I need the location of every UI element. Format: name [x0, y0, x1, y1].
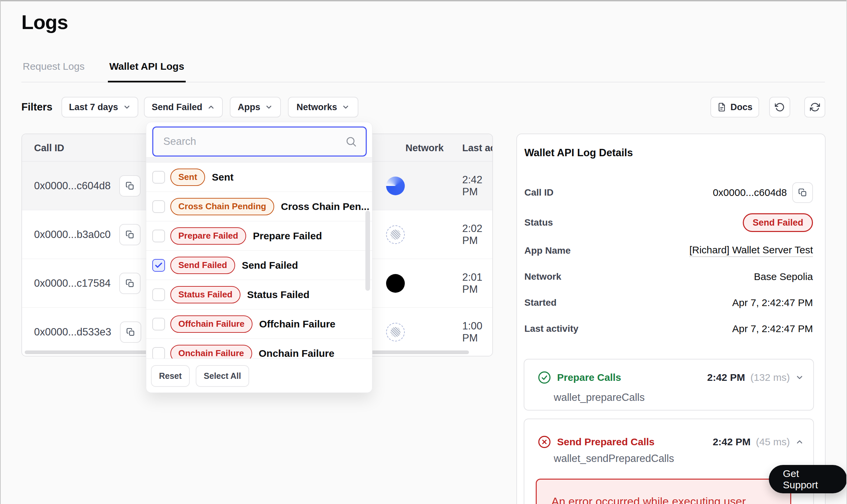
- status-filter-label: Send Failed: [152, 102, 202, 112]
- window-top-edge: [0, 0, 847, 1]
- status-badge: Cross Chain Pending: [170, 198, 274, 215]
- chevron-down-icon[interactable]: [795, 373, 804, 382]
- network-icon-black: [386, 274, 405, 293]
- rotate-ccw-icon: [775, 102, 785, 112]
- call-id-value: 0x0000...c604d8: [34, 180, 110, 192]
- detail-label: Last activity: [524, 323, 579, 334]
- status-option-label: Send Failed: [242, 260, 298, 271]
- event-time: 2:42 PM: [713, 436, 751, 448]
- get-support-button[interactable]: Get Support: [769, 465, 847, 493]
- event-duration: (132 ms): [751, 372, 790, 383]
- checkbox[interactable]: [152, 288, 165, 301]
- document-icon: [717, 103, 726, 112]
- window-left-edge: [0, 0, 1, 504]
- detail-label: App Name: [524, 245, 570, 256]
- status-option-status-failed[interactable]: Status Failed Status Failed: [146, 280, 372, 309]
- column-header-call-id: Call ID: [34, 134, 64, 162]
- status-option-list: Sent Sent Cross Chain Pending Cross Chai…: [146, 163, 372, 359]
- apps-filter-label: Apps: [238, 102, 261, 112]
- chevron-down-icon: [123, 103, 131, 111]
- refresh-button[interactable]: [804, 97, 825, 118]
- checkbox[interactable]: [152, 171, 165, 184]
- event-time: 2:42 PM: [707, 372, 745, 383]
- status-option-cross-chain-pending[interactable]: Cross Chain Pending Cross Chain Pen...: [146, 192, 372, 221]
- detail-label: Network: [524, 271, 561, 282]
- event-card-prepare-calls[interactable]: Prepare Calls 2:42 PM (132 ms) wallet_pr…: [524, 359, 814, 411]
- search-input[interactable]: Search: [152, 126, 367, 157]
- status-badge: Send Failed: [170, 257, 235, 274]
- detail-row-network: Network Base Sepolia: [524, 266, 813, 287]
- status-option-onchain-failure[interactable]: Onchain Failure Onchain Failure: [146, 339, 372, 359]
- status-option-label: Status Failed: [247, 289, 310, 301]
- call-id-value: 0x0000...d533e3: [34, 326, 111, 338]
- status-badge: Onchain Failure: [170, 345, 252, 359]
- status-option-label: Cross Chain Pen...: [281, 201, 369, 212]
- event-card-send-prepared-calls[interactable]: Send Prepared Calls 2:42 PM (45 ms) wall…: [524, 418, 814, 504]
- status-option-sent[interactable]: Sent Sent: [146, 163, 372, 192]
- status-badge: Prepare Failed: [170, 227, 246, 245]
- copy-icon: [126, 230, 134, 239]
- call-id-value: 0x0000...c17584: [34, 277, 110, 289]
- filters-label: Filters: [21, 97, 52, 118]
- event-method: wallet_sendPreparedCalls: [554, 453, 674, 465]
- checkbox[interactable]: [152, 318, 165, 330]
- app-name-link[interactable]: [Richard] Wallet Server Test: [689, 244, 813, 257]
- copy-button[interactable]: [120, 321, 141, 343]
- status-option-label: Onchain Failure: [259, 348, 335, 359]
- dropdown-footer: Reset Select All: [146, 359, 372, 393]
- detail-row-status: Status Send Failed: [524, 212, 813, 233]
- chevron-up-icon: [207, 103, 215, 111]
- detail-label: Status: [524, 217, 553, 228]
- event-method: wallet_prepareCalls: [554, 392, 645, 403]
- details-title: Wallet API Log Details: [524, 147, 633, 159]
- checkbox[interactable]: [152, 200, 165, 213]
- status-option-offchain-failure[interactable]: Offchain Failure Offchain Failure: [146, 309, 372, 339]
- docs-button[interactable]: Docs: [710, 97, 759, 118]
- detail-row-call-id: Call ID 0x0000...c604d8: [524, 182, 813, 203]
- copy-button[interactable]: [119, 273, 141, 294]
- reset-button[interactable]: Reset: [151, 365, 190, 387]
- last-activity-value: 1:00 PM: [462, 308, 492, 357]
- date-range-filter-button[interactable]: Last 7 days: [61, 97, 138, 118]
- copy-button[interactable]: [119, 175, 141, 197]
- status-option-prepare-failed[interactable]: Prepare Failed Prepare Failed: [146, 221, 372, 251]
- checkbox-checked[interactable]: [152, 259, 165, 272]
- chevron-down-icon: [342, 103, 350, 111]
- chevron-up-icon[interactable]: [795, 437, 804, 446]
- chevron-down-icon: [265, 103, 273, 111]
- copy-button[interactable]: [119, 224, 141, 245]
- status-badge: Send Failed: [743, 213, 813, 232]
- tab-wallet-api-logs[interactable]: Wallet API Logs: [108, 56, 186, 83]
- call-id-value: 0x0000...b3a0c0: [34, 229, 110, 241]
- undo-refresh-button[interactable]: [769, 97, 790, 118]
- search-placeholder: Search: [163, 136, 345, 147]
- copy-icon: [126, 279, 134, 288]
- copy-button[interactable]: [792, 182, 813, 203]
- status-filter-button[interactable]: Send Failed: [144, 97, 223, 118]
- select-all-button[interactable]: Select All: [196, 365, 249, 387]
- apps-filter-button[interactable]: Apps: [230, 97, 281, 118]
- get-support-label: Get Support: [783, 468, 833, 491]
- networks-filter-button[interactable]: Networks: [288, 97, 358, 118]
- tab-request-logs[interactable]: Request Logs: [21, 56, 86, 82]
- status-badge: Status Failed: [170, 286, 241, 303]
- detail-row-app-name: App Name [Richard] Wallet Server Test: [524, 240, 813, 261]
- checkbox[interactable]: [152, 230, 165, 242]
- wallet-api-log-details-panel: Wallet API Log Details Call ID 0x0000...…: [516, 133, 826, 504]
- dropdown-scrollbar[interactable]: [365, 211, 370, 291]
- copy-icon: [798, 188, 807, 197]
- detail-label: Call ID: [524, 187, 553, 198]
- status-badge: Sent: [170, 168, 205, 186]
- page-title: Logs: [21, 11, 68, 34]
- checkbox[interactable]: [152, 347, 165, 359]
- last-activity-value: 2:42 PM: [462, 162, 492, 210]
- column-header-network: Network: [405, 134, 443, 162]
- error-message-text: An error occurred while executing user: [551, 495, 746, 504]
- column-header-last-activity: Last activity: [462, 134, 493, 162]
- refresh-icon: [810, 102, 820, 112]
- copy-icon: [126, 328, 135, 337]
- status-option-send-failed[interactable]: Send Failed Send Failed: [146, 251, 372, 280]
- detail-row-started: Started Apr 7, 2:42:47 PM: [524, 292, 813, 313]
- last-activity-value: 2:02 PM: [462, 210, 492, 259]
- detail-row-last-activity: Last activity Apr 7, 2:42:47 PM: [524, 319, 813, 339]
